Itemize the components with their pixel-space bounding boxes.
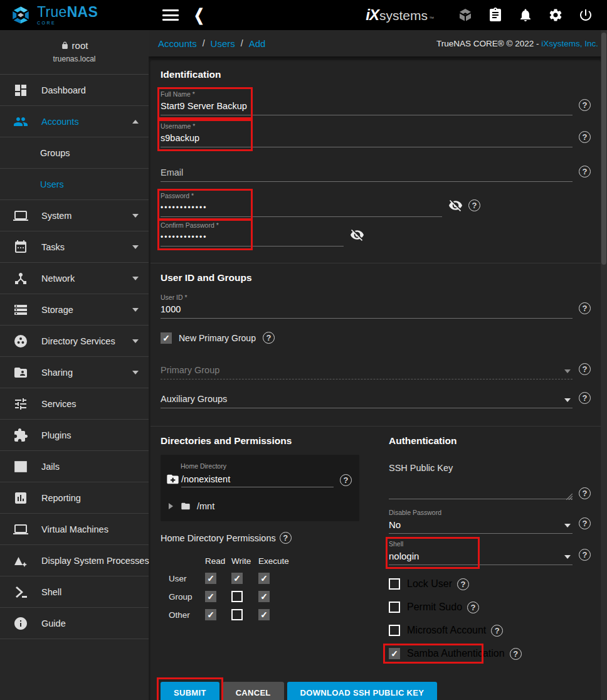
password-field[interactable]: Password * •••••••••••• (161, 192, 442, 217)
resize-grip-icon[interactable] (566, 491, 573, 497)
auxiliary-groups-row: Auxiliary Groups ? (161, 392, 591, 408)
collapse-chevron-icon[interactable]: ❮ (194, 5, 204, 24)
perm-group-execute-checkbox[interactable]: ✓ (258, 591, 270, 602)
sidebar-item-display-system-processes[interactable]: Display System Processes (0, 545, 149, 576)
power-icon[interactable] (578, 8, 593, 23)
help-icon[interactable]: ? (457, 578, 469, 590)
sidebar-item-plugins[interactable]: Plugins (0, 420, 149, 451)
sidebar-item-users[interactable]: Users (0, 169, 149, 200)
sidebar-item-reporting[interactable]: Reporting (0, 482, 149, 514)
sidebar-item-guide[interactable]: Guide (0, 608, 149, 639)
submit-button[interactable]: SUBMIT (161, 682, 219, 700)
home-directory-field[interactable]: /nonexistent (181, 474, 334, 487)
ixsystems-logo: iXsystems™ (366, 6, 434, 24)
help-icon[interactable]: ? (468, 199, 480, 211)
accounts-people-icon (13, 114, 28, 129)
perm-other-write-checkbox[interactable] (231, 609, 243, 620)
help-icon[interactable]: ? (579, 363, 591, 375)
download-ssh-key-button[interactable]: DOWNLOAD SSH PUBLIC KEY (287, 682, 438, 700)
perm-group-write-checkbox[interactable] (231, 591, 243, 602)
section-title: User ID and Groups (161, 272, 591, 284)
toggle-password-visibility-icon[interactable] (448, 198, 463, 213)
tree-expand-icon[interactable] (169, 503, 173, 509)
confirm-password-field[interactable]: Confirm Password * •••••••••••• (161, 221, 344, 247)
sidebar-item-storage[interactable]: Storage (0, 294, 149, 326)
help-icon[interactable]: ? (579, 302, 591, 314)
truenas-logo[interactable]: TrueNAS CORE (0, 5, 149, 25)
microsoft-account-checkbox[interactable] (389, 625, 400, 636)
sidebar-item-directory-services[interactable]: Directory Services (0, 326, 149, 357)
primary-group-select[interactable]: Primary Group (161, 365, 573, 379)
logged-in-user: root (0, 40, 149, 51)
lock-user-checkbox[interactable] (389, 578, 400, 590)
full-name-field[interactable]: Full Name * Start9 Server Backup (161, 90, 573, 115)
help-icon[interactable]: ? (579, 166, 591, 178)
help-icon[interactable]: ? (579, 517, 591, 529)
perm-other-execute-checkbox[interactable]: ✓ (258, 609, 270, 620)
email-field[interactable]: Email (161, 167, 573, 182)
username-field[interactable]: Username * s9backup (161, 122, 573, 147)
shell-select[interactable]: Shell nologin (389, 540, 573, 565)
settings-gear-icon[interactable] (548, 8, 563, 23)
disable-password-select[interactable]: Disable Password No (389, 509, 573, 534)
breadcrumb-accounts[interactable]: Accounts (158, 38, 197, 49)
username-row: Username * s9backup ? (161, 122, 591, 147)
sidebar-item-shell[interactable]: Shell (0, 576, 149, 608)
shell-row: Shell nologin ? (389, 540, 591, 565)
full-name-row: Full Name * Start9 Server Backup ? (161, 90, 591, 115)
help-icon[interactable]: ? (579, 99, 591, 111)
sidebar-nav: root truenas.local Dashboard Accounts Gr… (0, 30, 149, 700)
vertical-scrollbar[interactable] (601, 30, 607, 700)
auxiliary-groups-select[interactable]: Auxiliary Groups (161, 394, 573, 408)
sidebar-item-virtual-machines[interactable]: Virtual Machines (0, 514, 149, 545)
help-icon[interactable]: ? (263, 332, 275, 344)
help-icon[interactable]: ? (491, 625, 503, 637)
help-icon[interactable]: ? (579, 392, 591, 404)
breadcrumb-add[interactable]: Add (249, 38, 266, 49)
samba-authentication-checkbox[interactable]: ✓ (389, 648, 400, 659)
sidebar-item-groups[interactable]: Groups (0, 137, 149, 169)
primary-group-row: Primary Group ? (161, 363, 591, 379)
breadcrumb-users[interactable]: Users (211, 38, 235, 49)
sidebar-item-tasks[interactable]: Tasks (0, 231, 149, 263)
dashboard-icon (13, 83, 28, 98)
perm-group-read-checkbox[interactable]: ✓ (205, 591, 216, 602)
sidebar-item-jails[interactable]: Jails (0, 451, 149, 482)
sidebar-item-dashboard[interactable]: Dashboard (0, 75, 149, 106)
sidebar-item-accounts[interactable]: Accounts (0, 106, 149, 137)
menu-hamburger-icon[interactable] (162, 9, 179, 21)
help-icon[interactable]: ? (467, 602, 479, 613)
cancel-button[interactable]: CANCEL (223, 682, 284, 700)
new-primary-group-checkbox[interactable]: ✓ (161, 332, 172, 344)
scrollbar-thumb[interactable] (601, 33, 606, 265)
permit-sudo-checkbox[interactable] (389, 602, 400, 613)
toggle-password-visibility-icon[interactable] (350, 228, 364, 242)
folder-plus-icon[interactable] (164, 472, 181, 486)
help-icon[interactable]: ? (579, 131, 591, 143)
changelog-clipboard-icon[interactable] (488, 8, 503, 23)
sidebar-item-network[interactable]: Network (0, 263, 149, 294)
tree-item-mnt[interactable]: /mnt (169, 501, 352, 511)
truecommand-icon[interactable] (458, 8, 473, 23)
perm-user-read-checkbox[interactable]: ✓ (205, 573, 216, 584)
perm-user-write-checkbox[interactable]: ✓ (231, 573, 243, 584)
user-id-field[interactable]: User ID * 1000 (161, 294, 573, 319)
ixsystems-link[interactable]: iXsystems, Inc. (541, 39, 598, 48)
ssh-public-key-textarea[interactable] (389, 473, 573, 499)
home-directory-permissions-row: Home Directory Permissions ? (161, 532, 379, 544)
form-actions: SUBMIT CANCEL DOWNLOAD SSH PUBLIC KEY (150, 673, 601, 700)
help-icon[interactable]: ? (579, 549, 591, 561)
perm-other-read-checkbox[interactable]: ✓ (205, 609, 216, 620)
add-user-form: Identification Full Name * Start9 Server… (150, 60, 601, 700)
help-icon[interactable]: ? (579, 487, 591, 499)
sidebar-item-system[interactable]: System (0, 200, 149, 231)
folder-icon (179, 501, 192, 511)
notifications-bell-icon[interactable] (518, 8, 533, 23)
perm-user-execute-checkbox[interactable]: ✓ (258, 573, 270, 584)
help-icon[interactable]: ? (340, 474, 352, 486)
help-icon[interactable]: ? (280, 532, 292, 544)
sidebar-item-sharing[interactable]: Sharing (0, 357, 149, 388)
sidebar-item-services[interactable]: Services (0, 388, 149, 420)
help-icon[interactable]: ? (510, 648, 522, 660)
dropdown-caret-icon (564, 369, 571, 373)
